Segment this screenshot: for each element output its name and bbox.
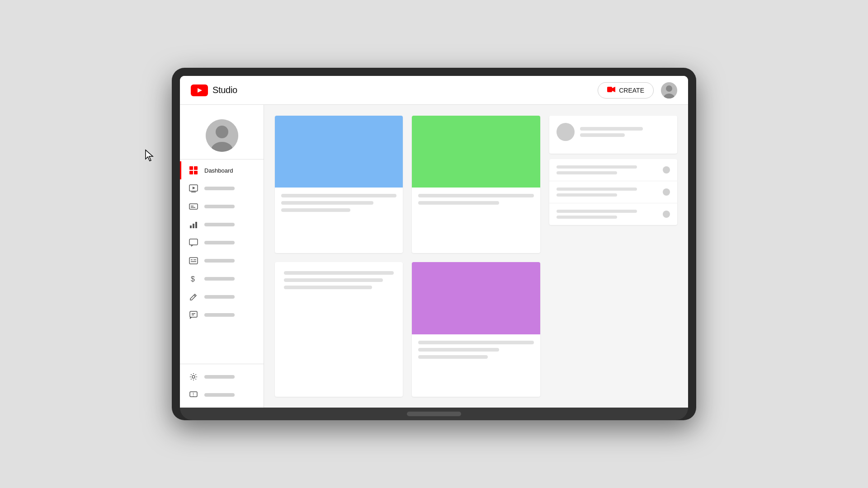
studio-label: Studio: [212, 85, 237, 95]
feedback-icon: [189, 310, 198, 319]
card-5-line-1: [418, 341, 533, 344]
captions-label-line: [204, 259, 235, 263]
create-label: CREATE: [619, 87, 644, 94]
svg-line-30: [194, 295, 195, 296]
analytics-line-1-1: [557, 165, 637, 169]
sidebar-bottom: !: [180, 364, 264, 408]
card-4-line-3: [284, 286, 372, 289]
analytics-lines-2: [557, 188, 657, 197]
analytics-line-3-1: [557, 210, 637, 213]
svg-rect-23: [189, 239, 198, 245]
channel-info-line-2: [580, 133, 625, 137]
svg-rect-20: [190, 225, 192, 228]
card-2-thumb-image: [412, 116, 540, 188]
sidebar-item-help[interactable]: !: [180, 386, 264, 404]
dashboard-icon: [189, 166, 198, 175]
subtitles-label-bar: [204, 205, 255, 208]
card-video-3[interactable]: [412, 262, 540, 397]
content-label-line: [204, 187, 235, 190]
laptop-notch: [407, 412, 461, 416]
analytics-line-1-2: [557, 171, 617, 174]
card-5-body: [412, 334, 540, 369]
sidebar-item-customization[interactable]: [180, 288, 264, 306]
analytics-label-bar: [204, 223, 255, 226]
create-button[interactable]: CREATE: [598, 82, 654, 99]
channel-info-text: [580, 127, 670, 137]
card-video-2[interactable]: [412, 116, 540, 253]
analytics-line-3-2: [557, 216, 617, 219]
analytics-line-2-2: [557, 193, 617, 197]
card-4-line-1: [284, 271, 394, 275]
user-avatar-button[interactable]: [661, 82, 677, 99]
card-text-1[interactable]: [275, 262, 403, 397]
card-2-thumbnail: [412, 116, 540, 188]
comments-label-line: [204, 241, 235, 244]
feedback-label-bar: [204, 313, 255, 317]
analytics-row-1: [549, 159, 677, 181]
main-content: [264, 105, 688, 408]
svg-marker-24: [191, 245, 193, 247]
sidebar-item-dashboard[interactable]: Dashboard: [180, 161, 264, 179]
sidebar-item-captions[interactable]: [180, 252, 264, 270]
sidebar-item-monetization[interactable]: $: [180, 270, 264, 288]
svg-point-35: [192, 375, 195, 378]
edit-icon: [189, 292, 198, 301]
analytics-icon: [189, 220, 198, 229]
svg-rect-31: [190, 311, 197, 317]
svg-text:$: $: [191, 275, 195, 283]
channel-info-top: [557, 123, 670, 141]
comments-icon: [189, 238, 198, 247]
sidebar: Dashboard: [180, 105, 264, 408]
monetization-label-bar: [204, 277, 255, 281]
analytics-lines-1: [557, 165, 657, 174]
svg-point-8: [216, 126, 228, 138]
comments-label-bar: [204, 241, 255, 244]
sidebar-divider: [180, 159, 264, 160]
youtube-logo: [191, 84, 208, 96]
right-column: [549, 116, 677, 253]
subtitles-icon: [189, 202, 198, 211]
card-2-line-1: [418, 194, 533, 197]
card-4-line-2: [284, 278, 383, 282]
dashboard-label: Dashboard: [204, 167, 233, 174]
sidebar-item-subtitles[interactable]: [180, 197, 264, 216]
svg-rect-22: [195, 222, 197, 228]
content-icon: [189, 184, 198, 193]
header-right: CREATE: [598, 82, 677, 99]
sidebar-item-content[interactable]: [180, 179, 264, 197]
captions-icon: [189, 256, 198, 265]
card-1-line-3: [281, 208, 350, 212]
card-4-body: [275, 262, 403, 320]
sidebar-item-settings[interactable]: [180, 368, 264, 386]
channel-info-line-1: [580, 127, 643, 131]
card-video-1[interactable]: [275, 116, 403, 253]
sidebar-item-analytics[interactable]: [180, 216, 264, 234]
card-1-line-1: [281, 194, 396, 197]
card-2-line-2: [418, 201, 499, 205]
analytics-line-2-1: [557, 188, 637, 191]
laptop-screen: Studio CREATE: [180, 76, 688, 408]
svg-marker-16: [193, 187, 195, 189]
analytics-lines-3: [557, 210, 657, 219]
svg-rect-21: [193, 224, 194, 228]
card-2-body: [412, 188, 540, 215]
analytics-row-3: [549, 203, 677, 225]
laptop-frame: Studio CREATE: [172, 68, 696, 420]
camera-icon: [607, 86, 615, 94]
logo-area: Studio: [191, 84, 237, 96]
app-header: Studio CREATE: [180, 76, 688, 105]
card-5-line-3: [418, 355, 487, 359]
sidebar-item-comments[interactable]: [180, 234, 264, 252]
analytics-label-line: [204, 223, 235, 226]
channel-info-card[interactable]: [549, 116, 677, 154]
svg-text:!: !: [193, 392, 194, 397]
laptop-base: [180, 408, 688, 420]
captions-label-bar: [204, 259, 255, 263]
customization-label-bar: [204, 295, 255, 299]
svg-rect-11: [194, 166, 198, 170]
card-1-line-2: [281, 201, 373, 205]
svg-rect-2: [607, 87, 612, 92]
analytics-card[interactable]: [549, 159, 677, 225]
sidebar-item-feedback[interactable]: [180, 306, 264, 324]
svg-rect-12: [189, 171, 193, 174]
